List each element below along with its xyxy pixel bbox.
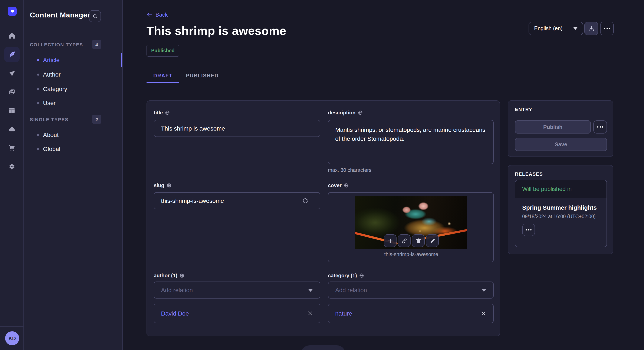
strapi-logo[interactable] xyxy=(8,7,16,16)
single-types-label: SINGLE TYPES xyxy=(30,117,68,122)
entry-panel-title: ENTRY xyxy=(515,107,532,112)
release-date: 09/18/2024 at 16:00 (UTC+02:00) xyxy=(522,214,600,219)
sidebar-item-article[interactable]: Article xyxy=(24,53,123,67)
ellipsis-icon xyxy=(526,229,532,230)
regenerate-slug-icon[interactable] xyxy=(302,197,309,204)
status-badge: Published xyxy=(146,45,179,57)
entry-more-button[interactable] xyxy=(593,120,607,134)
save-button[interactable]: Save xyxy=(515,138,607,151)
category-add-relation-select[interactable]: Add relation xyxy=(328,282,494,299)
content-type-builder-icon[interactable] xyxy=(4,103,20,118)
globe-icon xyxy=(165,110,170,115)
strapi-admin-page: KD Content Manager COLLECTION TYPES 4 Ar… xyxy=(0,0,644,350)
export-button[interactable] xyxy=(584,22,598,35)
bullet-icon xyxy=(37,59,39,61)
category-field-label: category (1) xyxy=(328,273,364,279)
plus-icon xyxy=(387,237,393,244)
more-actions-button[interactable] xyxy=(600,22,614,35)
category-relation-item: nature xyxy=(328,304,494,323)
release-more-button[interactable] xyxy=(522,224,535,236)
rail-bottom-divider xyxy=(0,326,24,327)
remove-relation-icon[interactable] xyxy=(307,311,313,316)
description-hint: max. 80 characters xyxy=(328,167,372,173)
search-button[interactable] xyxy=(89,10,101,22)
collection-types-count: 4 xyxy=(92,40,101,49)
sidebar-item-category[interactable]: Category xyxy=(24,82,123,96)
globe-icon xyxy=(358,110,363,115)
link-icon xyxy=(401,237,408,244)
author-field-label: author (1) xyxy=(154,273,185,279)
search-icon xyxy=(92,13,98,19)
bottom-panel-handle[interactable] xyxy=(301,345,346,350)
home-icon[interactable] xyxy=(4,28,20,43)
collection-types-label: COLLECTION TYPES xyxy=(30,42,83,47)
chevron-down-icon xyxy=(481,289,486,292)
page-title: This shrimp is awesome xyxy=(146,24,286,38)
release-status: Will be published in xyxy=(515,180,606,198)
releases-panel-title: RELEASES xyxy=(515,172,543,176)
content-manager-subnav: Content Manager COLLECTION TYPES 4 Artic… xyxy=(24,0,123,350)
trash-icon xyxy=(415,237,422,244)
locale-select[interactable]: English (en) xyxy=(528,22,583,35)
active-item-indicator xyxy=(121,53,122,67)
copy-link-button[interactable] xyxy=(398,234,410,247)
release-card: Will be published in Spring Summer highl… xyxy=(515,180,607,247)
globe-icon xyxy=(359,273,364,278)
release-title: Spring Summer highlights xyxy=(522,204,600,211)
download-icon xyxy=(588,25,595,32)
entry-panel: ENTRY Publish Save xyxy=(508,100,613,157)
subnav-divider xyxy=(30,31,39,31)
slug-field-label: slug xyxy=(154,182,172,188)
releases-panel: RELEASES Will be published in Spring Sum… xyxy=(508,165,613,254)
cover-filename: this-shrimp-is-awesome xyxy=(328,251,494,257)
pencil-icon xyxy=(429,237,436,244)
edit-view: Back This shrimp is awesome Published En… xyxy=(123,0,644,350)
ellipsis-icon xyxy=(597,126,603,128)
remove-relation-icon[interactable] xyxy=(480,311,486,316)
title-input[interactable] xyxy=(154,120,320,137)
sidebar-item-about[interactable]: About xyxy=(24,128,123,142)
relation-link[interactable]: David Doe xyxy=(161,310,189,317)
bullet-icon xyxy=(37,148,39,150)
back-link[interactable]: Back xyxy=(146,11,168,18)
bullet-icon xyxy=(37,134,39,136)
globe-icon xyxy=(180,273,185,278)
sidebar-item-global[interactable]: Global xyxy=(24,142,123,156)
globe-icon xyxy=(166,183,172,188)
media-library-icon[interactable] xyxy=(4,84,20,100)
arrow-left-icon xyxy=(146,12,152,18)
cover-field-label: cover xyxy=(328,182,349,188)
bullet-icon xyxy=(37,102,39,104)
tab-draft[interactable]: DRAFT xyxy=(146,68,179,83)
entry-form-card: title description Mantis shrimps, or sto… xyxy=(146,100,500,336)
chevron-down-icon xyxy=(573,27,578,30)
sidebar-item-user[interactable]: User xyxy=(24,96,123,110)
deploy-cloud-icon[interactable] xyxy=(4,122,20,137)
content-manager-icon[interactable] xyxy=(4,47,20,62)
author-relation-item: David Doe xyxy=(154,304,320,323)
tab-published[interactable]: PUBLISHED xyxy=(179,68,225,83)
slug-input[interactable] xyxy=(154,192,320,209)
edit-asset-button[interactable] xyxy=(426,234,439,247)
delete-asset-button[interactable] xyxy=(412,234,425,247)
ellipsis-icon xyxy=(604,28,610,29)
chevron-down-icon xyxy=(308,289,313,292)
releases-icon[interactable] xyxy=(4,66,20,81)
description-field-label: description xyxy=(328,110,363,116)
cover-toolbar xyxy=(384,234,439,247)
bullet-icon xyxy=(37,73,39,75)
settings-gear-icon[interactable] xyxy=(4,159,20,174)
user-avatar[interactable]: KD xyxy=(5,331,19,345)
version-tabs: DRAFT PUBLISHED xyxy=(146,68,225,83)
publish-button[interactable]: Publish xyxy=(515,120,591,134)
subnav-title: Content Manager xyxy=(30,11,90,19)
single-types-count: 2 xyxy=(92,115,101,124)
description-textarea[interactable]: Mantis shrimps, or stomatopods, are mari… xyxy=(328,120,494,164)
add-asset-button[interactable] xyxy=(384,234,396,247)
nav-rail: KD xyxy=(0,0,24,350)
marketplace-cart-icon[interactable] xyxy=(4,140,20,156)
author-add-relation-select[interactable]: Add relation xyxy=(154,282,320,299)
title-field-label: title xyxy=(154,110,170,116)
relation-link[interactable]: nature xyxy=(335,310,352,317)
sidebar-item-author[interactable]: Author xyxy=(24,67,123,82)
